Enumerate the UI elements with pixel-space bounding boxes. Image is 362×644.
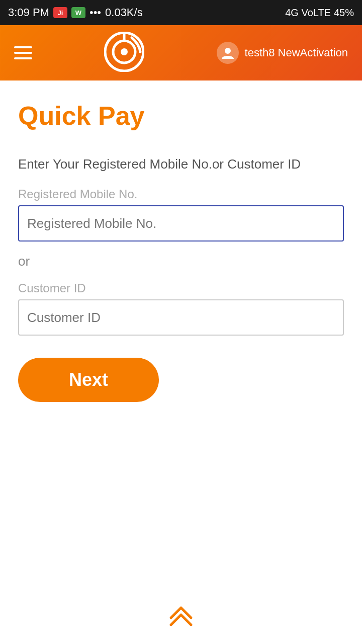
status-left: 3:09 PM Ji W ••• 0.03K/s	[8, 6, 143, 19]
mobile-number-input[interactable]	[18, 205, 344, 242]
instruction-text: Enter Your Registered Mobile No.or Custo…	[18, 155, 344, 173]
or-divider-label: or	[18, 254, 344, 269]
battery-display: 45%	[334, 7, 354, 19]
jio-icon: Ji	[53, 7, 67, 18]
network-type: 4G VoLTE	[285, 7, 331, 19]
mobile-field-label: Registered Mobile No.	[18, 187, 344, 201]
user-section[interactable]: testh8 NewActivation	[217, 42, 348, 64]
scroll-to-top-button[interactable]	[166, 601, 196, 626]
user-name-label: testh8 NewActivation	[245, 46, 348, 59]
status-right: 4G VoLTE 45%	[285, 7, 354, 19]
avatar	[217, 42, 239, 64]
page-title: Quick Pay	[18, 101, 344, 131]
next-button[interactable]: Next	[18, 358, 159, 402]
app-header: testh8 NewActivation	[0, 25, 362, 80]
app-logo	[104, 32, 144, 74]
svg-point-2	[121, 48, 128, 55]
customer-id-field-label: Customer ID	[18, 281, 344, 295]
more-dots: •••	[89, 6, 101, 19]
menu-button[interactable]	[14, 46, 32, 59]
chevron-double-up-icon	[166, 601, 196, 626]
status-bar: 3:09 PM Ji W ••• 0.03K/s 4G VoLTE 45%	[0, 0, 362, 25]
main-content: Quick Pay Enter Your Registered Mobile N…	[0, 80, 362, 422]
time-display: 3:09 PM	[8, 6, 49, 19]
speed-display: 0.03K/s	[105, 6, 143, 19]
svg-point-4	[225, 48, 231, 54]
customer-id-input[interactable]	[18, 299, 344, 336]
whatsapp-icon: W	[71, 7, 85, 18]
